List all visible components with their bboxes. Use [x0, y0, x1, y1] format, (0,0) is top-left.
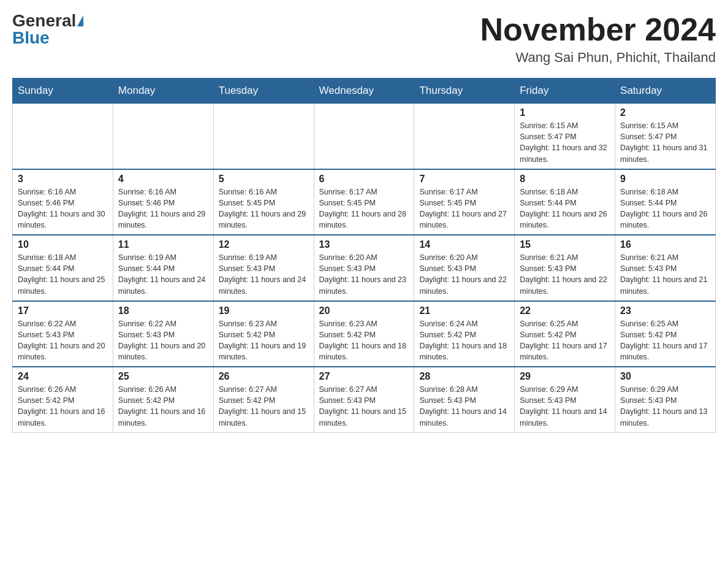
day-info: Sunrise: 6:29 AMSunset: 5:43 PMDaylight:…	[620, 384, 710, 429]
month-title: November 2024	[480, 12, 716, 47]
day-number: 1	[520, 107, 610, 118]
day-info: Sunrise: 6:19 AMSunset: 5:44 PMDaylight:…	[118, 252, 208, 297]
calendar-cell: 4Sunrise: 6:16 AMSunset: 5:46 PMDaylight…	[113, 169, 213, 236]
calendar-cell: 23Sunrise: 6:25 AMSunset: 5:42 PMDayligh…	[615, 301, 716, 367]
day-number: 8	[520, 174, 610, 185]
day-info: Sunrise: 6:18 AMSunset: 5:44 PMDaylight:…	[18, 252, 108, 297]
day-info: Sunrise: 6:26 AMSunset: 5:42 PMDaylight:…	[18, 384, 108, 429]
calendar-cell	[13, 104, 113, 169]
calendar-cell: 12Sunrise: 6:19 AMSunset: 5:43 PMDayligh…	[213, 235, 314, 301]
calendar-cell: 15Sunrise: 6:21 AMSunset: 5:43 PMDayligh…	[515, 235, 615, 301]
calendar-cell: 3Sunrise: 6:16 AMSunset: 5:46 PMDaylight…	[13, 169, 113, 236]
day-info: Sunrise: 6:25 AMSunset: 5:42 PMDaylight:…	[520, 318, 610, 363]
day-info: Sunrise: 6:21 AMSunset: 5:43 PMDaylight:…	[520, 252, 610, 297]
day-number: 19	[219, 305, 309, 316]
day-info: Sunrise: 6:26 AMSunset: 5:42 PMDaylight:…	[118, 384, 208, 429]
day-info: Sunrise: 6:27 AMSunset: 5:42 PMDaylight:…	[219, 384, 309, 429]
day-number: 26	[219, 371, 309, 382]
logo-triangle-icon	[77, 15, 83, 26]
calendar-cell: 8Sunrise: 6:18 AMSunset: 5:44 PMDaylight…	[515, 169, 615, 236]
day-number: 5	[219, 174, 309, 185]
calendar-cell: 29Sunrise: 6:29 AMSunset: 5:43 PMDayligh…	[515, 367, 615, 432]
day-number: 23	[620, 305, 710, 316]
calendar-cell: 24Sunrise: 6:26 AMSunset: 5:42 PMDayligh…	[13, 367, 113, 432]
calendar-cell: 28Sunrise: 6:28 AMSunset: 5:43 PMDayligh…	[414, 367, 515, 432]
calendar-week-2: 3Sunrise: 6:16 AMSunset: 5:46 PMDaylight…	[13, 169, 716, 236]
day-info: Sunrise: 6:23 AMSunset: 5:42 PMDaylight:…	[219, 318, 309, 363]
day-number: 29	[520, 371, 610, 382]
day-number: 24	[18, 371, 108, 382]
title-section: November 2024 Wang Sai Phun, Phichit, Th…	[480, 12, 716, 66]
calendar-cell	[113, 104, 213, 169]
calendar-cell: 7Sunrise: 6:17 AMSunset: 5:45 PMDaylight…	[414, 169, 515, 236]
calendar-cell: 1Sunrise: 6:15 AMSunset: 5:47 PMDaylight…	[515, 104, 615, 169]
calendar-cell	[314, 104, 414, 169]
day-number: 20	[319, 305, 409, 316]
day-number: 2	[620, 107, 710, 118]
calendar-cell: 19Sunrise: 6:23 AMSunset: 5:42 PMDayligh…	[213, 301, 314, 367]
weekday-header-sunday: Sunday	[13, 79, 113, 104]
weekday-header-monday: Monday	[113, 79, 213, 104]
day-info: Sunrise: 6:17 AMSunset: 5:45 PMDaylight:…	[419, 186, 509, 231]
day-number: 6	[319, 174, 409, 185]
calendar-cell	[213, 104, 314, 169]
day-info: Sunrise: 6:16 AMSunset: 5:46 PMDaylight:…	[118, 186, 208, 231]
day-number: 15	[520, 239, 610, 250]
calendar-cell: 2Sunrise: 6:15 AMSunset: 5:47 PMDaylight…	[615, 104, 716, 169]
logo-general-text: General	[12, 12, 76, 29]
logo-blue-text: Blue	[12, 29, 50, 47]
day-number: 27	[319, 371, 409, 382]
day-number: 16	[620, 239, 710, 250]
day-number: 13	[319, 239, 409, 250]
day-number: 25	[118, 371, 208, 382]
day-info: Sunrise: 6:22 AMSunset: 5:43 PMDaylight:…	[118, 318, 208, 363]
day-info: Sunrise: 6:15 AMSunset: 5:47 PMDaylight:…	[520, 120, 610, 165]
day-info: Sunrise: 6:20 AMSunset: 5:43 PMDaylight:…	[319, 252, 409, 297]
day-number: 7	[419, 174, 509, 185]
day-number: 18	[118, 305, 208, 316]
day-info: Sunrise: 6:28 AMSunset: 5:43 PMDaylight:…	[419, 384, 509, 429]
calendar-cell: 13Sunrise: 6:20 AMSunset: 5:43 PMDayligh…	[314, 235, 414, 301]
calendar-cell: 21Sunrise: 6:24 AMSunset: 5:42 PMDayligh…	[414, 301, 515, 367]
day-number: 9	[620, 174, 710, 185]
day-info: Sunrise: 6:17 AMSunset: 5:45 PMDaylight:…	[319, 186, 409, 231]
calendar-week-3: 10Sunrise: 6:18 AMSunset: 5:44 PMDayligh…	[13, 235, 716, 301]
calendar-cell: 10Sunrise: 6:18 AMSunset: 5:44 PMDayligh…	[13, 235, 113, 301]
calendar-cell: 18Sunrise: 6:22 AMSunset: 5:43 PMDayligh…	[113, 301, 213, 367]
day-number: 17	[18, 305, 108, 316]
day-number: 22	[520, 305, 610, 316]
day-number: 4	[118, 174, 208, 185]
calendar-week-5: 24Sunrise: 6:26 AMSunset: 5:42 PMDayligh…	[13, 367, 716, 432]
day-info: Sunrise: 6:16 AMSunset: 5:46 PMDaylight:…	[18, 186, 108, 231]
day-info: Sunrise: 6:27 AMSunset: 5:43 PMDaylight:…	[319, 384, 409, 429]
calendar-table: SundayMondayTuesdayWednesdayThursdayFrid…	[12, 78, 716, 433]
day-info: Sunrise: 6:22 AMSunset: 5:43 PMDaylight:…	[18, 318, 108, 363]
calendar-cell	[414, 104, 515, 169]
day-number: 11	[118, 239, 208, 250]
day-info: Sunrise: 6:20 AMSunset: 5:43 PMDaylight:…	[419, 252, 509, 297]
weekday-header-tuesday: Tuesday	[213, 79, 314, 104]
calendar-week-4: 17Sunrise: 6:22 AMSunset: 5:43 PMDayligh…	[13, 301, 716, 367]
calendar-week-1: 1Sunrise: 6:15 AMSunset: 5:47 PMDaylight…	[13, 104, 716, 169]
weekday-header-friday: Friday	[515, 79, 615, 104]
day-number: 28	[419, 371, 509, 382]
day-info: Sunrise: 6:29 AMSunset: 5:43 PMDaylight:…	[520, 384, 610, 429]
day-number: 3	[18, 174, 108, 185]
page-header: General Blue November 2024 Wang Sai Phun…	[12, 12, 716, 66]
calendar-cell: 6Sunrise: 6:17 AMSunset: 5:45 PMDaylight…	[314, 169, 414, 236]
day-info: Sunrise: 6:18 AMSunset: 5:44 PMDaylight:…	[520, 186, 610, 231]
weekday-header-row: SundayMondayTuesdayWednesdayThursdayFrid…	[13, 79, 716, 104]
weekday-header-saturday: Saturday	[615, 79, 716, 104]
day-info: Sunrise: 6:25 AMSunset: 5:42 PMDaylight:…	[620, 318, 710, 363]
calendar-cell: 25Sunrise: 6:26 AMSunset: 5:42 PMDayligh…	[113, 367, 213, 432]
weekday-header-thursday: Thursday	[414, 79, 515, 104]
calendar-cell: 16Sunrise: 6:21 AMSunset: 5:43 PMDayligh…	[615, 235, 716, 301]
day-info: Sunrise: 6:24 AMSunset: 5:42 PMDaylight:…	[419, 318, 509, 363]
day-info: Sunrise: 6:15 AMSunset: 5:47 PMDaylight:…	[620, 120, 710, 165]
calendar-cell: 27Sunrise: 6:27 AMSunset: 5:43 PMDayligh…	[314, 367, 414, 432]
day-number: 10	[18, 239, 108, 250]
day-number: 21	[419, 305, 509, 316]
calendar-cell: 26Sunrise: 6:27 AMSunset: 5:42 PMDayligh…	[213, 367, 314, 432]
calendar-cell: 14Sunrise: 6:20 AMSunset: 5:43 PMDayligh…	[414, 235, 515, 301]
day-number: 30	[620, 371, 710, 382]
